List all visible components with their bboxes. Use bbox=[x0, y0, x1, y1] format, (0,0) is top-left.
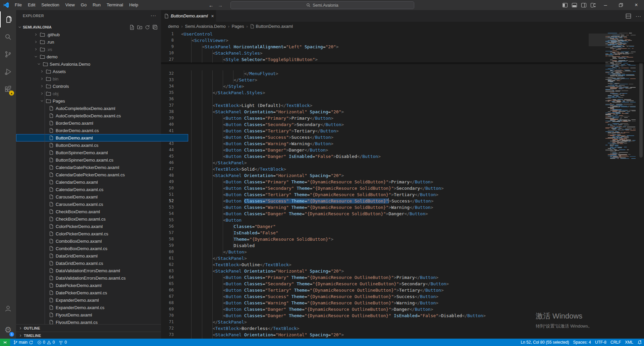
tree-item-calendardemo-axaml-cs[interactable]: CalendarDemo.axaml.cs bbox=[16, 186, 188, 193]
menu-run[interactable]: Run bbox=[90, 0, 104, 10]
code-line-65[interactable]: 65<Button Classes="Secondary" Theme="{Dy… bbox=[161, 281, 644, 287]
breadcrumb-file[interactable]: ButtonDemo.axaml bbox=[250, 24, 293, 29]
language-mode-item[interactable]: XML bbox=[623, 339, 635, 346]
code-line-64[interactable]: 64<Button Classes="Primary" Theme="{Dyna… bbox=[161, 274, 644, 281]
tree-item-expanderdemo-axaml-cs[interactable]: ExpanderDemo.axaml.cs bbox=[16, 304, 188, 311]
code-line-32[interactable]: 32</MenuFlyout> bbox=[161, 70, 644, 77]
code-line-58[interactable]: 58Theme="{DynamicResource SolidButton}"> bbox=[161, 236, 644, 242]
collapse-all-icon[interactable] bbox=[153, 25, 158, 30]
explorer-more-actions[interactable]: ··· bbox=[151, 10, 156, 22]
tree-item-datepickerdemo-axaml-cs[interactable]: DatePickerDemo.axaml.cs bbox=[16, 289, 188, 296]
code-line-49[interactable]: 49<Button Classes="Primary" Theme="{Dyna… bbox=[161, 179, 644, 185]
tree-item-calendardatepickerdemo-axaml-cs[interactable]: CalendarDatePickerDemo.axaml.cs bbox=[16, 171, 188, 178]
code-line-44[interactable]: 44<Button Classes="Danger">Danger</Butto… bbox=[161, 147, 644, 153]
code-line-43[interactable]: 43<Button Classes="Warning">Warning</But… bbox=[161, 140, 644, 147]
code-line-55[interactable]: 55<Button bbox=[161, 217, 644, 223]
tree-item-borderdemo-axaml[interactable]: BorderDemo.axaml bbox=[16, 119, 188, 127]
code-line-47[interactable]: 47<TextBlock>Solid</TextBlock> bbox=[161, 166, 644, 172]
toggle-panel-icon[interactable] bbox=[570, 0, 579, 10]
code-line-9[interactable]: 9<StackPanel HorizontalAlignment="Left" … bbox=[161, 44, 644, 50]
search-sidebar-icon[interactable] bbox=[0, 29, 16, 45]
code-line-66[interactable]: 66<Button Classes="Tertiary" Theme="{Dyn… bbox=[161, 287, 644, 293]
code-line-41[interactable]: 41<Button Classes="Tertiary">Tertiary</B… bbox=[161, 128, 644, 134]
tree-item-checkboxdemo-axaml[interactable]: CheckBoxDemo.axaml bbox=[16, 208, 188, 215]
tree-item-colorpickerdemo-axaml[interactable]: ColorPickerDemo.axaml bbox=[16, 223, 188, 230]
cursor-position-item[interactable]: Ln 52, Col 80 (55 selected) bbox=[519, 339, 571, 346]
tree-item-calendardemo-axaml[interactable]: CalendarDemo.axaml bbox=[16, 178, 188, 186]
breadcrumb-project[interactable]: Semi.Avalonia.Demo bbox=[185, 24, 226, 29]
code-line-48[interactable]: 48<StackPanel Orientation="Horizontal" S… bbox=[161, 172, 644, 179]
tree-item-bin[interactable]: bin bbox=[16, 75, 185, 82]
tree-item-controls[interactable]: Controls bbox=[16, 82, 185, 90]
code-line-57[interactable]: 57IsEnabled="False" bbox=[161, 230, 644, 236]
breadcrumb-demo[interactable]: demo bbox=[168, 24, 179, 29]
minimize-button[interactable]: ─ bbox=[598, 0, 613, 10]
code-line-67[interactable]: 67<Button Classes="Success" Theme="{Dyna… bbox=[161, 293, 644, 300]
tree-item-carouseldemo-axaml[interactable]: CarouselDemo.axaml bbox=[16, 193, 188, 200]
tree-item-datagriddemo-axaml-cs[interactable]: DataGridDemo.axaml.cs bbox=[16, 260, 188, 267]
code-line-62[interactable]: 62<TextBlock>Outline</TextBlock> bbox=[161, 262, 644, 268]
tree-item-assets[interactable]: Assets bbox=[16, 68, 185, 75]
code-line-39[interactable]: 39<Button Classes="Primary">Primary</But… bbox=[161, 115, 644, 121]
tree-item-calendardatepickerdemo-axaml[interactable]: CalendarDatePickerDemo.axaml bbox=[16, 164, 188, 171]
outline-section[interactable]: OUTLINE bbox=[16, 324, 161, 332]
menu-file[interactable]: File bbox=[12, 0, 25, 10]
menu-terminal[interactable]: Terminal bbox=[104, 0, 126, 10]
code-line-40[interactable]: 40<Button Classes="Secondary">Secondary<… bbox=[161, 121, 644, 128]
tree-item-colorpickerdemo-axaml-cs[interactable]: ColorPickerDemo.axaml.cs bbox=[16, 230, 188, 237]
tree-item-datepickerdemo-axaml[interactable]: DatePickerDemo.axaml bbox=[16, 282, 188, 289]
tree-item-datagriddemo-axaml[interactable]: DataGridDemo.axaml bbox=[16, 252, 188, 260]
remote-indicator[interactable]: >< bbox=[0, 339, 10, 346]
tree-item-borderdemo-axaml-cs[interactable]: BorderDemo.axaml.cs bbox=[16, 127, 188, 134]
code-line-68[interactable]: 68<Button Classes="Warning" Theme="{Dyna… bbox=[161, 300, 644, 306]
code-line-59[interactable]: 59Disabled bbox=[161, 242, 644, 249]
encoding-item[interactable]: UTF-8 bbox=[593, 339, 608, 346]
menu-view[interactable]: View bbox=[62, 0, 78, 10]
toggle-primary-sidebar-icon[interactable] bbox=[560, 0, 570, 10]
tree-item-semi-avalonia-demo[interactable]: Semi.Avalonia.Demo bbox=[16, 60, 182, 68]
tab-close-icon[interactable]: × bbox=[211, 13, 214, 19]
code-line-37[interactable]: 37<TextBlock>Light (Default)</TextBlock> bbox=[161, 102, 644, 109]
ports-item[interactable]: 0 bbox=[57, 339, 69, 346]
eol-item[interactable]: CRLF bbox=[608, 339, 623, 346]
code-line-53[interactable]: 53<Button Classes="Warning" Theme="{Dyna… bbox=[161, 204, 644, 211]
tree-item--run[interactable]: .run bbox=[16, 38, 179, 46]
close-window-button[interactable]: × bbox=[629, 0, 644, 10]
source-control-icon[interactable] bbox=[0, 46, 16, 62]
nav-back-button[interactable]: ← bbox=[209, 2, 214, 8]
notifications-bell-icon[interactable] bbox=[635, 339, 644, 346]
code-editor[interactable]: 32</MenuFlyout>33</Setter>34</Style>35</… bbox=[161, 31, 644, 339]
tree-item-pages[interactable]: Pages bbox=[16, 97, 185, 105]
tree-item-datavalidationerrorsdemo-axaml-cs[interactable]: DataValidationErrorsDemo.axaml.cs bbox=[16, 274, 188, 282]
tree-item-datavalidationerrorsdemo-axaml[interactable]: DataValidationErrorsDemo.axaml bbox=[16, 267, 188, 274]
nav-forward-button[interactable]: → bbox=[218, 2, 223, 8]
run-debug-icon[interactable] bbox=[0, 64, 16, 80]
tree-item-demo[interactable]: demo bbox=[16, 53, 179, 60]
code-line-33[interactable]: 33</Setter> bbox=[161, 77, 644, 83]
code-line-50[interactable]: 50<Button Classes="Secondary" Theme="{Dy… bbox=[161, 185, 644, 191]
new-folder-icon[interactable] bbox=[137, 25, 142, 30]
code-line-34[interactable]: 34</Style> bbox=[161, 83, 644, 90]
code-line-27[interactable]: 27<Style Selector="ToggleSplitButton"> bbox=[161, 56, 644, 63]
menu-selection[interactable]: Selection bbox=[38, 0, 62, 10]
tree-item-carouseldemo-axaml-cs[interactable]: CarouselDemo.axaml.cs bbox=[16, 200, 188, 208]
account-icon[interactable] bbox=[0, 300, 16, 316]
code-line-46[interactable]: 46</StackPanel> bbox=[161, 160, 644, 166]
tree-item-comboboxdemo-axaml-cs[interactable]: ComboBoxDemo.axaml.cs bbox=[16, 245, 188, 252]
tree-item-buttonspinnerdemo-axaml-cs[interactable]: ButtonSpinnerDemo.axaml.cs bbox=[16, 156, 188, 164]
git-branch-item[interactable]: main bbox=[11, 339, 35, 346]
tree-item--vs[interactable]: .vs bbox=[16, 46, 179, 53]
code-line-8[interactable]: 8<ScrollViewer> bbox=[161, 37, 644, 44]
code-line-54[interactable]: 54<Button Classes="Danger" Theme="{Dynam… bbox=[161, 211, 644, 217]
restore-button[interactable] bbox=[613, 0, 629, 10]
menu-edit[interactable]: Edit bbox=[25, 0, 38, 10]
tree-item-autocompleteboxdemo-axaml[interactable]: AutoCompleteBoxDemo.axaml bbox=[16, 105, 188, 112]
command-center-search[interactable]: Semi.Avalonia bbox=[230, 1, 414, 9]
editor-more-actions-icon[interactable]: ··· bbox=[636, 13, 641, 19]
code-line-63[interactable]: 63<StackPanel Orientation="Horizontal" S… bbox=[161, 268, 644, 274]
timeline-section[interactable]: TIMELINE bbox=[16, 332, 161, 339]
tree-item-comboboxdemo-axaml[interactable]: ComboBoxDemo.axaml bbox=[16, 237, 188, 245]
code-line-10[interactable]: 10<StackPanel.Styles> bbox=[161, 50, 644, 56]
breadcrumb-pages[interactable]: Pages bbox=[232, 24, 244, 29]
tree-item-buttondemo-axaml-cs[interactable]: ButtonDemo.axaml.cs bbox=[16, 141, 188, 149]
